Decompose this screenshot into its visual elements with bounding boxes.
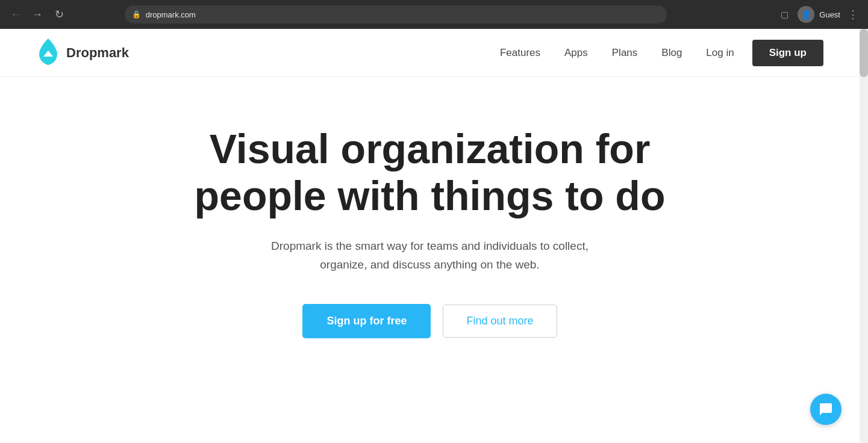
hero-title: Visual organization for people with thin…	[174, 125, 686, 219]
nav-plans[interactable]: Plans	[612, 47, 638, 59]
hero-buttons: Sign up for free Find out more	[302, 304, 557, 338]
more-options-button[interactable]: ⋮	[845, 5, 861, 23]
scrollbar-track	[860, 29, 868, 443]
window-icon[interactable]: ▢	[776, 6, 793, 23]
chat-bubble-button[interactable]	[810, 394, 841, 425]
logo-name: Dropmark	[66, 45, 129, 61]
url-text: dropmark.com	[146, 10, 196, 19]
nav-login[interactable]: Log in	[706, 47, 734, 59]
nav-blog[interactable]: Blog	[661, 47, 682, 59]
reload-button[interactable]: ↻	[51, 6, 67, 23]
back-button[interactable]: ←	[7, 6, 24, 23]
page-content: Dropmark Features Apps Plans Blog Log in…	[0, 29, 860, 443]
signup-button[interactable]: Sign up	[752, 40, 823, 66]
hero-subtitle: Dropmark is the smart way for teams and …	[249, 237, 611, 274]
scrollbar-thumb[interactable]	[860, 29, 868, 77]
nav-links: Features Apps Plans Blog Log in	[500, 47, 734, 59]
navbar: Dropmark Features Apps Plans Blog Log in…	[0, 29, 860, 77]
find-out-more-button[interactable]: Find out more	[443, 305, 557, 338]
logo-area[interactable]: Dropmark	[36, 39, 129, 67]
logo-icon	[36, 39, 60, 67]
forward-button[interactable]: →	[29, 6, 46, 23]
signup-free-button[interactable]: Sign up for free	[302, 304, 431, 338]
address-bar[interactable]: 🔒 dropmark.com	[125, 5, 667, 23]
hero-section: Visual organization for people with thin…	[0, 77, 860, 374]
nav-apps[interactable]: Apps	[564, 47, 588, 59]
lock-icon: 🔒	[132, 10, 141, 19]
avatar[interactable]: 👤	[798, 6, 814, 23]
guest-label: Guest	[819, 10, 840, 19]
nav-features[interactable]: Features	[500, 47, 540, 59]
browser-chrome: ← → ↻ 🔒 dropmark.com ▢ 👤 Guest ⋮	[0, 0, 868, 29]
browser-actions: ▢ 👤 Guest ⋮	[776, 5, 861, 23]
chat-icon	[819, 402, 833, 417]
